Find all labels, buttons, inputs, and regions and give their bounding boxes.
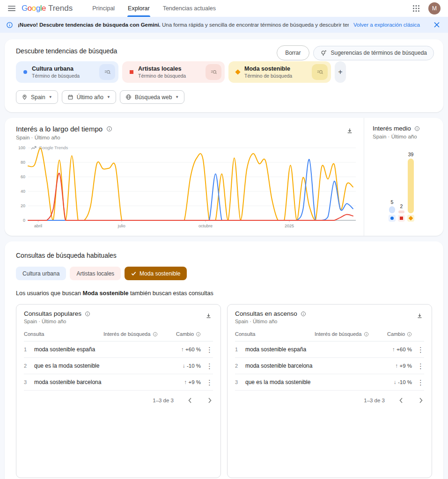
download-button[interactable] — [343, 124, 356, 138]
info-icon[interactable] — [414, 126, 420, 131]
timeseries-section: Interés a lo largo del tiempo Spain · Úl… — [5, 118, 364, 236]
chevron-right-icon[interactable] — [206, 397, 213, 404]
manage-search-icon — [103, 68, 111, 76]
table-header: Consulta Interés de búsqueda Cambio — [235, 331, 424, 341]
kebab-menu-icon[interactable]: ⋮ — [412, 363, 424, 370]
download-button[interactable] — [413, 310, 426, 322]
location-pin-icon — [22, 94, 28, 100]
apps-grid-button[interactable] — [410, 2, 423, 15]
term-suggestions-button[interactable]: Sugerencias de términos de búsqueda — [313, 46, 434, 60]
chevron-left-icon[interactable] — [398, 397, 404, 404]
edit-term-button[interactable] — [312, 64, 328, 80]
chip-moda-sostenible-selected[interactable]: Moda sostenible — [125, 267, 187, 280]
row-rank: 3 — [24, 379, 34, 385]
table-row[interactable]: 2 moda sostenible barcelona ↑ +9 % ⋮ — [235, 358, 424, 374]
avatar[interactable]: M — [428, 2, 441, 15]
chevron-right-icon[interactable] — [418, 397, 424, 404]
download-button[interactable] — [202, 310, 215, 322]
arrow-icon: ↑ — [396, 363, 398, 369]
nav-tab-explorar[interactable]: Explorar — [121, 0, 156, 17]
avg-bar-artistas-locales: 2 — [398, 203, 405, 222]
menu-button[interactable] — [5, 1, 19, 15]
top-queries-card: Consultas populares Spain · Último año C… — [16, 304, 221, 478]
interest-over-time-card: Interés a lo largo del tiempo Spain · Úl… — [5, 118, 443, 236]
term-chip-artistas-locales[interactable]: Artistas locales Término de búsqueda — [122, 61, 225, 83]
nav-tab-principal[interactable]: Principal — [86, 0, 121, 17]
info-icon[interactable] — [196, 332, 201, 337]
svg-text:julio: julio — [118, 224, 125, 228]
info-icon[interactable] — [301, 311, 306, 317]
chip-cultura-urbana[interactable]: Cultura urbana — [16, 267, 66, 280]
arrow-icon: ↑ — [392, 347, 395, 352]
clear-button[interactable]: Borrar — [277, 45, 309, 60]
related-queries-title: Consultas de búsqueda habituales — [16, 252, 432, 259]
svg-text:20: 20 — [21, 203, 25, 208]
chevron-down-icon: ▼ — [175, 95, 179, 99]
kebab-menu-icon[interactable]: ⋮ — [201, 379, 213, 386]
top-queries-title-row: Consultas populares — [24, 310, 213, 317]
apps-grid-icon — [412, 5, 420, 12]
info-icon[interactable] — [153, 332, 158, 337]
add-term-button[interactable]: + — [335, 61, 346, 83]
kebab-menu-icon[interactable]: ⋮ — [412, 379, 424, 386]
term-marker — [235, 69, 240, 74]
table-row[interactable]: 1 moda sostenible españa ↑ +60 % ⋮ — [24, 341, 213, 358]
row-query: moda sostenible españa — [245, 346, 315, 353]
term-marker — [23, 70, 27, 74]
google-trends-logo[interactable]: Google Trends — [22, 4, 73, 13]
table-row[interactable]: 3 moda sostenible barcelona ↑ +9 % ⋮ — [24, 374, 213, 391]
chevron-left-icon[interactable] — [187, 397, 193, 404]
top-queries-title: Consultas populares — [24, 310, 81, 317]
queries-cards-row: Consultas populares Spain · Último año C… — [16, 304, 432, 478]
globe-icon — [125, 94, 132, 100]
suggestion-bulb-icon — [320, 50, 327, 57]
manage-search-icon — [210, 68, 218, 76]
info-icon[interactable] — [85, 311, 90, 317]
download-icon — [346, 127, 353, 135]
search-type-filter-dropdown[interactable]: Búsqueda web ▼ — [120, 90, 184, 104]
term-name: Cultura urbana — [32, 65, 99, 72]
term-type-label: Término de búsqueda — [138, 73, 206, 79]
timeseries-subtitle: Spain · Último año — [16, 135, 364, 140]
row-rank: 2 — [24, 363, 34, 369]
filters-row: Spain ▼ Último año ▼ Búsqueda web ▼ — [16, 90, 434, 104]
info-icon[interactable] — [106, 126, 112, 132]
term-chip-moda-sostenible[interactable]: Moda sostenible Término de búsqueda — [228, 61, 331, 83]
pagination: 1–3 de 3 — [24, 391, 213, 410]
related-queries-card: Consultas de búsqueda habituales Cultura… — [5, 241, 443, 479]
table-row[interactable]: 2 que es la moda sostenible ↓ -10 % ⋮ — [24, 358, 213, 374]
top-queries-subtitle: Spain · Último año — [24, 319, 213, 324]
row-query: que es la moda sostenible — [34, 363, 103, 369]
table-row[interactable]: 3 que es la moda sostenible ↓ -10 % ⋮ — [235, 374, 424, 391]
classic-explore-link[interactable]: Volver a exploración clásica — [353, 22, 420, 28]
change-value: ↑ +9 % — [171, 379, 201, 385]
arrow-icon: ↑ — [184, 379, 187, 385]
top-app-bar: Google Trends Principal Explorar Tendenc… — [0, 0, 448, 17]
svg-text:octubre: octubre — [198, 224, 213, 228]
geo-filter-dropdown[interactable]: Spain ▼ — [16, 90, 58, 104]
info-icon[interactable] — [364, 332, 369, 337]
rising-queries-subtitle: Spain · Último año — [235, 319, 424, 324]
arrow-icon: ↑ — [181, 347, 184, 352]
term-chip-cultura-urbana[interactable]: Cultura urbana Término de búsqueda — [16, 61, 118, 83]
chip-label: Artistas locales — [76, 270, 114, 277]
term-marker — [130, 70, 133, 74]
banner-close-button[interactable] — [434, 22, 440, 28]
table-row[interactable]: 1 moda sostenible españa ↑ +60 % ⋮ — [235, 341, 424, 358]
term-selector-chips: Cultura urbana Artistas locales Moda sos… — [16, 267, 432, 280]
info-icon[interactable] — [407, 332, 412, 337]
explore-card-actions: Borrar Sugerencias de términos de búsque… — [277, 45, 434, 60]
kebab-menu-icon[interactable]: ⋮ — [201, 363, 213, 370]
time-filter-dropdown[interactable]: Último año ▼ — [62, 90, 116, 104]
timeseries-chart[interactable]: 020406080100abriljuliooctubre2025 Google… — [16, 143, 364, 232]
check-icon — [131, 271, 136, 276]
avg-bar-value: 5 — [391, 199, 394, 205]
edit-term-button[interactable] — [206, 64, 221, 80]
nav-tab-tendencias-actuales[interactable]: Tendencias actuales — [156, 0, 222, 17]
kebab-menu-icon[interactable]: ⋮ — [412, 346, 424, 353]
edit-term-button[interactable] — [99, 64, 115, 80]
kebab-menu-icon[interactable]: ⋮ — [201, 346, 213, 353]
average-interest-bars: 5239 — [389, 151, 438, 222]
chip-artistas-locales[interactable]: Artistas locales — [70, 267, 121, 280]
related-queries-sentence: Los usuarios que buscan Moda sostenible … — [16, 290, 432, 297]
